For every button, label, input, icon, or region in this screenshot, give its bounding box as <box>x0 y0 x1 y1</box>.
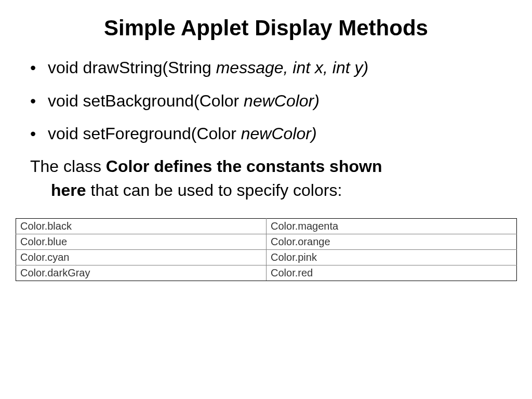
table-row: Color.black Color.magenta <box>16 218 517 234</box>
table-cell: Color.magenta <box>267 218 517 234</box>
method-prefix: void setForeground(Color <box>48 124 241 143</box>
table-cell: Color.pink <box>267 249 517 265</box>
method-item: void drawString(String message, int x, i… <box>30 55 516 81</box>
table-row: Color.darkGray Color.red <box>16 265 517 281</box>
method-prefix: void setBackground(Color <box>48 91 244 110</box>
method-params: newColor) <box>244 91 320 110</box>
method-params: message, int x, int y) <box>216 58 368 77</box>
slide-title: Simple Applet Display Methods <box>16 16 516 41</box>
method-item: void setForeground(Color newColor) <box>30 121 516 147</box>
table-row: Color.cyan Color.pink <box>16 249 517 265</box>
method-prefix: void drawString(String <box>48 58 216 77</box>
table-cell: Color.blue <box>16 234 267 249</box>
table-row: Color.blue Color.orange <box>16 234 517 249</box>
table-cell: Color.red <box>267 265 517 281</box>
description-text: The class Color defines the constants sh… <box>16 154 516 203</box>
desc-plain-2: that can be used to specify colors: <box>86 181 342 200</box>
table-cell: Color.darkGray <box>16 265 267 281</box>
desc-plain-1: The class <box>30 157 106 176</box>
color-constants-table: Color.black Color.magenta Color.blue Col… <box>16 218 517 281</box>
method-item: void setBackground(Color newColor) <box>30 88 516 114</box>
table-cell: Color.cyan <box>16 249 267 265</box>
method-list: void drawString(String message, int x, i… <box>16 55 516 147</box>
table-cell: Color.orange <box>267 234 517 249</box>
desc-bold-1: Color defines the constants shown <box>106 157 382 176</box>
method-params: newColor) <box>241 124 317 143</box>
table-cell: Color.black <box>16 218 267 234</box>
desc-bold-2: here <box>51 181 86 200</box>
